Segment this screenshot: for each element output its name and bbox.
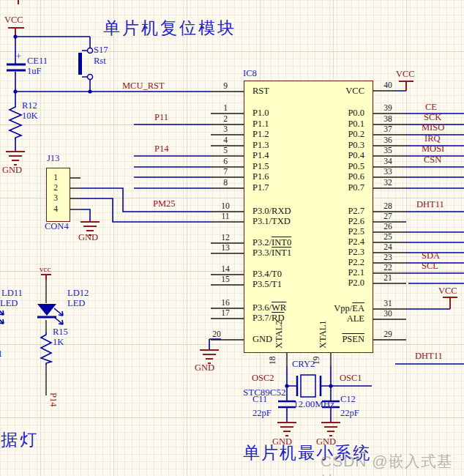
- crystal-body: [301, 375, 315, 397]
- crystal-frequency: 12.00MHz: [293, 399, 334, 409]
- pin-label-p3-5: P3.5/T1: [252, 280, 282, 289]
- pin-label-ale: ALE: [291, 314, 364, 324]
- switch-actuator: [78, 53, 82, 75]
- pin-num-4: 4: [214, 135, 237, 145]
- pin-label-p2-3: P2.3: [291, 248, 364, 257]
- pin-label-p3-2: P3.2/INT0: [252, 238, 291, 248]
- pin-num-22: 22: [376, 263, 400, 272]
- ce-net-label: CE: [425, 103, 437, 112]
- pin-label-gnd: GND: [252, 335, 272, 344]
- pin-num-35: 35: [376, 146, 400, 155]
- pin-num-16: 16: [214, 298, 237, 308]
- pin-label-p1-5: P1.5: [252, 162, 269, 171]
- pin-label-p0-5: P0.5: [291, 162, 364, 171]
- p14-net-label: P14: [154, 144, 168, 154]
- j13-pin-2: 2: [47, 183, 64, 193]
- j13-type: CON4: [45, 222, 69, 231]
- r12-ref: R12: [22, 101, 37, 111]
- pin-num-6: 6: [214, 157, 237, 166]
- pin-label-p1-0: P1.0: [252, 108, 269, 118]
- pin-num-28: 28: [376, 201, 400, 211]
- pin-label-p0-7: P0.7: [291, 183, 364, 193]
- pin-num-14: 14: [214, 264, 237, 274]
- pin-num-23: 23: [376, 253, 400, 262]
- gnd-label-c12: GND: [316, 437, 336, 447]
- pin-num-15: 15: [214, 275, 237, 284]
- mcu-rst-net-label: MCU_RST: [122, 81, 165, 91]
- pin-num-33: 33: [376, 167, 400, 176]
- pin-label-p3-3: P3.3/INT1: [252, 248, 291, 258]
- pin-label-p2-7: P2.7: [291, 207, 364, 216]
- pin-num-37: 37: [376, 124, 400, 134]
- pin-label-p2-5: P2.5: [291, 227, 364, 237]
- ld12-value: LED: [67, 299, 85, 308]
- pin-label-rst: RST: [252, 86, 269, 96]
- c12-ref: C12: [340, 395, 356, 404]
- ld12-ref: LD12: [67, 289, 89, 298]
- osc2-net-label: OSC2: [252, 373, 274, 383]
- csn-net-label: CSN: [424, 155, 441, 165]
- reset-module-title: 单片机复位模块: [103, 23, 236, 33]
- pin-label-p2-6: P2.6: [291, 217, 364, 226]
- dht11-net-label-2: DHT11: [415, 352, 443, 361]
- c11-ref: C11: [252, 395, 267, 404]
- pin-num-1: 1: [214, 103, 237, 113]
- p11-net-label: P11: [154, 113, 168, 122]
- pin-num-36: 36: [376, 135, 400, 145]
- pin-label-p1-4: P1.4: [252, 151, 269, 160]
- led-partial-arrows: [0, 308, 4, 324]
- pin-label-p3-6: P3.6/WR: [252, 303, 286, 313]
- pin-label-vcc: VCC: [291, 86, 364, 96]
- pin-num-30: 30: [376, 309, 400, 319]
- pin-label-p1-3: P1.3: [252, 141, 269, 150]
- led-triangle: [37, 304, 56, 316]
- pin-label-xtal1: XTAL1: [318, 320, 328, 349]
- data-light-title: 据灯: [1, 435, 39, 445]
- pin-num-11: 11: [214, 212, 237, 221]
- pin-label-p0-4: P0.4: [291, 151, 364, 160]
- pin-num-18: 18: [268, 357, 277, 365]
- schematic-canvas: 单片机复位模块 单片机最小系统 据灯 CSDN @嵌入式基地 VCC + CE1…: [0, 0, 464, 476]
- pin-num-32: 32: [376, 178, 400, 187]
- pin-num-13: 13: [214, 243, 237, 253]
- vcc-label-topleft: VCC: [4, 15, 23, 25]
- ic8-ref: IC8: [243, 69, 257, 78]
- sda-net-label: SDA: [422, 251, 440, 261]
- partial-text-left-edge: 1: [0, 349, 2, 359]
- pin-label-p3-0: P3.0/RXD: [252, 207, 291, 216]
- ce11-plus: +: [16, 52, 21, 62]
- pin-num-2: 2: [214, 114, 237, 124]
- pin-num-34: 34: [376, 157, 400, 166]
- ld11-ref: LD11: [1, 289, 23, 298]
- capacitor-ce11: [7, 64, 26, 70]
- pin-num-5: 5: [214, 146, 237, 155]
- pin-label-p2-4: P2.4: [291, 237, 364, 247]
- pin-num-7: 7: [214, 167, 237, 176]
- c11-value: 22pF: [252, 409, 272, 418]
- pin-label-vpp-ea: Vpp/EA: [291, 304, 364, 313]
- switch-contact-top: [88, 48, 93, 53]
- cry2-ref: CRY2: [292, 360, 315, 369]
- pin-num-27: 27: [376, 212, 400, 221]
- pin-label-p0-2: P0.2: [291, 130, 364, 139]
- pin-label-p1-1: P1.1: [252, 119, 269, 129]
- resistor-r12: [10, 103, 21, 139]
- pin-num-8: 8: [214, 178, 237, 187]
- pin-label-xtal2: XTAL2: [274, 320, 284, 349]
- pm25-net-label: PM25: [153, 199, 176, 209]
- pin-num-21: 21: [376, 273, 400, 283]
- switch-contact-bottom: [88, 75, 93, 80]
- gnd-label-pin20: GND: [195, 363, 214, 373]
- pin-label-p1-7: P1.7: [252, 183, 269, 193]
- j13-pin-4: 4: [47, 204, 64, 214]
- pin-num-12: 12: [214, 233, 237, 242]
- s17-ref: S17: [94, 45, 108, 55]
- gnd-label-r12: GND: [2, 166, 22, 175]
- pin-label-p3-4: P3.4/T0: [252, 269, 282, 279]
- irq-net-label: IRQ: [424, 134, 441, 144]
- pin-label-p0-1: P0.1: [291, 119, 364, 129]
- pin-label-p0-0: P0.0: [291, 108, 364, 118]
- ce11-ref: CE11: [27, 56, 48, 66]
- resistor-r15: [41, 332, 51, 365]
- gnd-label-j13: GND: [78, 233, 98, 242]
